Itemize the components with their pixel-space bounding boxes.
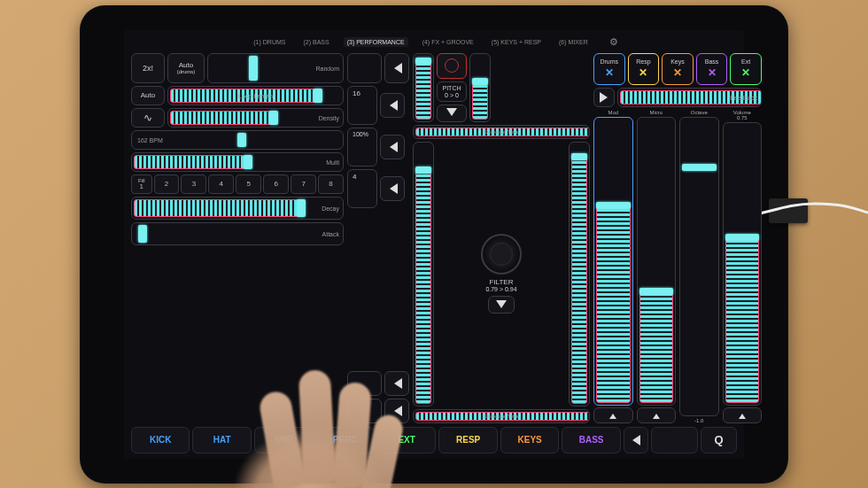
arrow-left-3[interactable] xyxy=(380,135,405,159)
arrow-left-1[interactable] xyxy=(384,53,409,83)
record-button[interactable] xyxy=(437,53,467,79)
bpm-slider[interactable]: 162 BPM xyxy=(131,130,344,150)
mod-slider[interactable] xyxy=(593,117,633,406)
volume-value: 0.75 xyxy=(737,115,748,120)
channel-mutes: Drums✕ Resp✕ Keys✕ Bass✕ Ext✕ xyxy=(593,53,762,85)
tab-perc[interactable]: PERC xyxy=(315,427,374,453)
random-slider[interactable]: Random xyxy=(207,53,344,83)
auto-drums-label: Auto xyxy=(179,62,193,69)
pitch-down-button[interactable] xyxy=(437,105,467,122)
tab-snr[interactable]: SNR xyxy=(254,427,313,453)
auto-drums-button[interactable]: Auto (drums) xyxy=(167,53,205,83)
step-4[interactable]: 4 xyxy=(208,174,234,194)
arrow-left-6[interactable] xyxy=(384,399,409,423)
nav-mixer[interactable]: (6) MIXER xyxy=(555,37,592,47)
settings-icon[interactable]: ⚙ xyxy=(609,36,618,48)
multi-slider[interactable]: Multi xyxy=(131,152,344,172)
pitch-slider-b[interactable] xyxy=(469,53,491,122)
mid-column: 16 100% 4 xyxy=(347,53,409,423)
step-7[interactable]: 7 xyxy=(291,174,316,194)
multi-label: Multi xyxy=(326,159,339,165)
nav-fx-groove[interactable]: (4) FX + GROOVE xyxy=(419,37,477,47)
micro-slider[interactable] xyxy=(637,117,677,406)
channel-keys[interactable]: Keys✕ xyxy=(662,53,694,85)
filter-slider-a[interactable] xyxy=(413,142,434,407)
center-column: PITCH 0 > 0 Envelope Time xyxy=(413,53,590,423)
micro-label: Micro xyxy=(649,110,663,115)
attack-label: Attack xyxy=(322,230,339,236)
nav-bass[interactable]: (2) BASS xyxy=(299,37,332,47)
decay-slider[interactable]: Decay xyxy=(131,197,344,220)
mod-label: Mod xyxy=(608,110,618,115)
filter-label: FILTER xyxy=(485,278,516,286)
waveform-icon[interactable]: ∿ xyxy=(131,108,165,128)
value-16-box[interactable]: 16 xyxy=(347,86,377,125)
bottom-tabs: KICK HAT SNR PERC EXT RESP KEYS BASS Q xyxy=(131,427,737,453)
right-column: Drums✕ Resp✕ Keys✕ Bass✕ Ext✕ Feedback M… xyxy=(593,53,762,423)
attack-slider[interactable]: Attack xyxy=(131,222,344,245)
fill-button[interactable]: Fill1 xyxy=(131,174,152,194)
tab-keys[interactable]: KEYS xyxy=(500,427,559,453)
auto-button[interactable]: Auto xyxy=(131,86,165,105)
value-100-box[interactable]: 100% xyxy=(347,128,377,167)
usb-plug xyxy=(769,198,808,223)
feedback-slider[interactable]: Feedback xyxy=(617,88,762,107)
step-8[interactable]: 8 xyxy=(318,174,344,194)
jog-wheel[interactable] xyxy=(481,234,522,275)
top-nav: (1) DRUMS (2) BASS (3) PERFORMANCE (4) F… xyxy=(131,35,737,50)
double-speed-button[interactable]: 2x! xyxy=(131,53,165,83)
app-screen: (1) DRUMS (2) BASS (3) PERFORMANCE (4) F… xyxy=(124,30,744,459)
decay-label: Decay xyxy=(322,205,339,211)
nav-keys-resp[interactable]: (5) KEYS + RESP xyxy=(488,37,545,47)
left-column: 2x! Auto (drums) Random Auto Loop Length xyxy=(131,53,344,423)
pitch-readout: PITCH 0 > 0 xyxy=(437,81,467,102)
nav-performance[interactable]: (3) PERFORMANCE xyxy=(344,37,408,47)
channel-bass[interactable]: Bass✕ xyxy=(696,53,728,85)
envelope-top-slider[interactable]: Envelope Time xyxy=(413,125,590,139)
minus-one-label: -1.0 xyxy=(694,418,703,423)
filter-down-button[interactable] xyxy=(488,296,515,314)
tab-hat[interactable]: HAT xyxy=(192,427,251,453)
pitch-slider-a[interactable] xyxy=(413,53,434,122)
random-label: Random xyxy=(316,65,339,71)
value-4-box[interactable]: 4 xyxy=(347,169,377,208)
tab-resp[interactable]: RESP xyxy=(438,427,497,453)
density-label: Density xyxy=(319,114,339,120)
step-6[interactable]: 6 xyxy=(263,174,289,194)
mod-up-button[interactable] xyxy=(593,407,633,423)
q-button[interactable]: Q xyxy=(701,427,737,453)
tab-ext[interactable]: EXT xyxy=(377,427,436,453)
volume-up-button[interactable] xyxy=(723,407,763,423)
play-button[interactable] xyxy=(593,88,615,107)
tab-prev-icon[interactable] xyxy=(624,427,648,453)
channel-drums[interactable]: Drums✕ xyxy=(593,53,625,85)
step-3[interactable]: 3 xyxy=(181,174,206,194)
octave-slider[interactable] xyxy=(679,117,719,416)
bpm-label: 162 BPM xyxy=(137,136,163,143)
step-row: Fill1 2 3 4 5 6 7 8 xyxy=(131,174,344,194)
channel-resp[interactable]: Resp✕ xyxy=(628,53,660,85)
arrow-left-2[interactable] xyxy=(380,93,405,118)
tab-bass[interactable]: BASS xyxy=(562,427,620,453)
filter-slider-b[interactable] xyxy=(569,142,590,407)
step-5[interactable]: 5 xyxy=(236,174,261,194)
density-slider[interactable]: Density xyxy=(167,108,344,128)
auto-drums-sublabel: (drums) xyxy=(177,69,196,74)
arrow-left-4[interactable] xyxy=(380,176,405,201)
ipad-frame: (1) DRUMS (2) BASS (3) PERFORMANCE (4) F… xyxy=(80,5,788,484)
filter-value: 0.79 > 0.94 xyxy=(485,286,516,292)
arrow-left-5[interactable] xyxy=(384,371,409,396)
volume-slider[interactable] xyxy=(723,122,763,406)
step-2[interactable]: 2 xyxy=(154,174,180,194)
channel-ext[interactable]: Ext✕ xyxy=(730,53,762,85)
loop-length-slider[interactable]: Loop Length xyxy=(167,86,344,105)
octave-label: Octave xyxy=(691,110,708,115)
envelope-bottom-slider[interactable]: Envelope Time xyxy=(413,409,590,423)
micro-up-button[interactable] xyxy=(637,407,677,423)
nav-drums[interactable]: (1) DRUMS xyxy=(250,37,289,47)
tab-kick[interactable]: KICK xyxy=(131,427,190,453)
